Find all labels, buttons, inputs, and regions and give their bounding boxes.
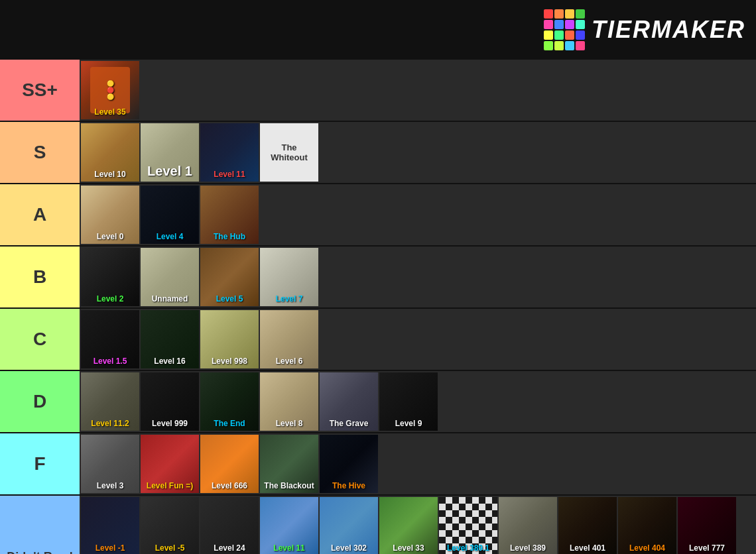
item-label: Level 998 <box>200 357 259 366</box>
tier-row-s: S Level 10 Level 1 Level 11 TheWhiteout <box>0 122 756 184</box>
list-item[interactable]: Level 11.2 <box>81 372 139 431</box>
tier-items-ss: 🟡🔴🟡 Level 35 <box>80 60 756 121</box>
item-label: Level 389 <box>499 543 557 553</box>
list-item[interactable]: Level 11 <box>260 497 318 554</box>
item-label: Level 9 <box>379 419 438 428</box>
list-item[interactable]: 🟡🔴🟡 Level 35 <box>81 61 139 119</box>
item-label: Level 8 <box>260 419 318 428</box>
tier-row-ss: SS+ 🟡🔴🟡 Level 35 <box>0 60 756 122</box>
list-item[interactable]: The Blackout <box>260 435 318 493</box>
item-label: Level 11.2 <box>81 419 139 428</box>
item-label: Level 35 <box>81 107 139 117</box>
tier-items-d: Level 11.2 Level 999 The End Level 8 The… <box>80 371 756 432</box>
tier-items-a: Level 0 Level 4 The Hub <box>80 184 756 245</box>
item-label: Level Fun =) <box>141 481 199 490</box>
item-label: Level 6 <box>260 357 318 366</box>
list-item[interactable]: Level 33 <box>379 497 438 554</box>
tier-items-dr: Level -1 Level -5 Level 24 Level 11 Leve… <box>80 496 756 554</box>
list-item[interactable]: Level 24 <box>200 497 259 554</box>
item-label: Level 4 <box>141 232 199 241</box>
item-label: The End <box>200 419 259 428</box>
list-item[interactable]: Level 6 <box>260 310 318 368</box>
list-item[interactable]: Level 11 <box>200 123 259 182</box>
item-label: Level 666 <box>200 481 259 490</box>
item-label: The Hive <box>320 481 378 490</box>
item-label: Level 777 <box>678 543 736 553</box>
tier-label-a: A <box>0 184 80 245</box>
list-item[interactable]: Level 302 <box>320 497 378 554</box>
item-label: Level 11 <box>260 543 318 553</box>
list-item[interactable]: Level 389.1 <box>439 497 497 554</box>
item-label: Level 404 <box>618 543 676 553</box>
list-item[interactable]: Level 10 <box>81 123 139 182</box>
list-item[interactable]: TheWhiteout <box>260 123 318 182</box>
item-label: Level 5 <box>200 294 259 304</box>
list-item[interactable]: Level 9 <box>379 372 438 431</box>
item-label: Level 302 <box>320 543 378 553</box>
item-label: Level 1.5 <box>81 357 139 366</box>
list-item[interactable]: Level 5 <box>200 248 259 306</box>
item-label: Level -1 <box>81 543 139 553</box>
tier-label-s: S <box>0 122 80 183</box>
item-label: Level 401 <box>558 543 617 553</box>
list-item[interactable]: Level 1.5 <box>81 310 139 368</box>
tier-row-dr: Didn't Read Level -1 Level -5 Level 24 L… <box>0 496 756 554</box>
item-label: Level 16 <box>141 357 199 366</box>
logo: TiERMAKER <box>544 9 745 50</box>
tier-row-f: F Level 3 Level Fun =) Level 666 The Bla… <box>0 433 756 496</box>
list-item[interactable]: Level 0 <box>81 186 139 244</box>
tier-items-c: Level 1.5 Level 16 Level 998 Level 6 <box>80 309 756 370</box>
list-item[interactable]: Unnamed <box>141 248 199 306</box>
list-item[interactable]: Level 7 <box>260 248 318 306</box>
item-label: Level 999 <box>141 419 199 428</box>
tier-label-d: D <box>0 371 80 432</box>
tier-list: TiERMAKER SS+ 🟡🔴🟡 Level 35 S <box>0 0 756 554</box>
list-item[interactable]: Level -1 <box>81 497 139 554</box>
header: TiERMAKER <box>0 0 756 60</box>
list-item[interactable]: The End <box>200 372 259 431</box>
tier-items-b: Level 2 Unnamed Level 5 Level 7 <box>80 247 756 307</box>
item-label: Level -5 <box>141 543 199 553</box>
item-label: Level 3 <box>81 481 139 490</box>
tier-row-c: C Level 1.5 Level 16 Level 998 Level 6 <box>0 309 756 371</box>
tier-label-c: C <box>0 309 80 370</box>
logo-text: TiERMAKER <box>592 16 745 44</box>
item-label: Level 10 <box>81 170 139 179</box>
item-label: Level 1 <box>141 164 199 179</box>
list-item[interactable]: Level 2 <box>81 248 139 306</box>
list-item[interactable]: The Hub <box>200 186 259 244</box>
list-item[interactable]: Level -5 <box>141 497 199 554</box>
list-item[interactable]: Level 4 <box>141 186 199 244</box>
list-item[interactable]: Level 401 <box>558 497 617 554</box>
list-item[interactable]: Level 666 <box>200 435 259 493</box>
item-label: Level 33 <box>379 543 438 553</box>
tier-items-f: Level 3 Level Fun =) Level 666 The Black… <box>80 433 756 494</box>
list-item[interactable]: The Grave <box>320 372 378 431</box>
list-item[interactable]: Level 998 <box>200 310 259 368</box>
list-item[interactable]: Level 404 <box>618 497 676 554</box>
item-label: Level 2 <box>81 294 139 304</box>
item-label: Level 0 <box>81 232 139 241</box>
list-item[interactable]: Level 16 <box>141 310 199 368</box>
list-item[interactable]: Level 389 <box>499 497 557 554</box>
tier-label-ss: SS+ <box>0 60 80 121</box>
item-label: The Blackout <box>260 481 318 490</box>
item-label: The Grave <box>320 419 378 428</box>
item-label: The Hub <box>200 232 259 241</box>
list-item[interactable]: The Hive <box>320 435 378 493</box>
tier-row-a: A Level 0 Level 4 The Hub <box>0 184 756 247</box>
tier-items-s: Level 10 Level 1 Level 11 TheWhiteout <box>80 122 756 183</box>
logo-grid <box>544 9 585 50</box>
item-label: Level 24 <box>200 543 259 553</box>
list-item[interactable]: Level 8 <box>260 372 318 431</box>
list-item[interactable]: Level 999 <box>141 372 199 431</box>
list-item[interactable]: Level 1 <box>141 123 199 182</box>
tier-label-dr: Didn't Read <box>0 496 80 554</box>
list-item[interactable]: Level Fun =) <box>141 435 199 493</box>
list-item[interactable]: Level 3 <box>81 435 139 493</box>
list-item[interactable]: Level 777 <box>678 497 736 554</box>
item-label: Level 7 <box>260 294 318 304</box>
tier-row-b: B Level 2 Unnamed Level 5 Level 7 <box>0 247 756 309</box>
item-label: Level 11 <box>200 170 259 179</box>
tier-label-b: B <box>0 247 80 307</box>
